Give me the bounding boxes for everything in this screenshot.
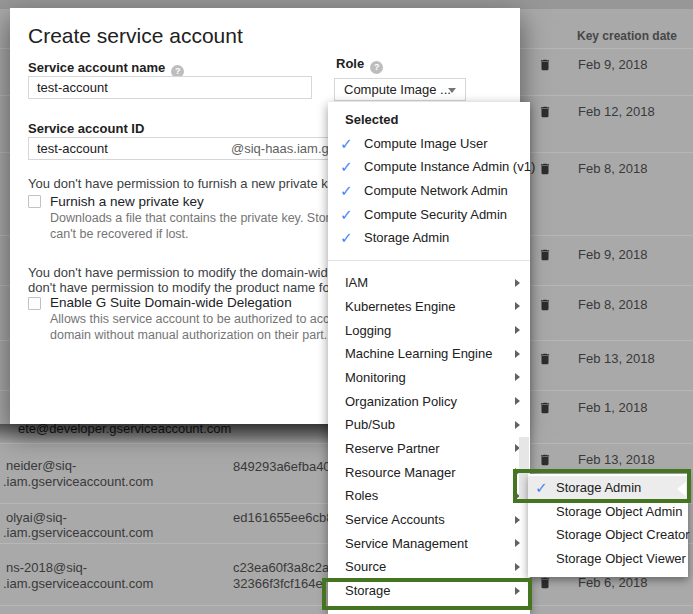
- trash-icon[interactable]: [538, 104, 552, 120]
- trash-icon[interactable]: [538, 297, 552, 313]
- menu-item-compute-image-user[interactable]: ✓ Compute Image User: [328, 132, 530, 156]
- menu-category-storage[interactable]: Storage: [328, 579, 530, 603]
- service-account-id-suffix: @siq-haas.iam.gs: [231, 141, 335, 156]
- submenu-item-storage-object-viewer[interactable]: Storage Object Viewer: [528, 547, 688, 571]
- submenu-arrow-icon: [515, 350, 520, 358]
- screenshot-root: Key creation date Feb 9, 2018 Feb 12, 20…: [0, 0, 693, 614]
- service-account-id-label: Service account ID: [28, 121, 144, 136]
- private-key-permission-warning: You don't have permission to furnish a n…: [28, 176, 344, 191]
- menu-category-monitoring[interactable]: Monitoring: [328, 366, 530, 390]
- check-icon: ✓: [535, 476, 555, 500]
- submenu-arrow-icon: [515, 397, 520, 405]
- trash-icon[interactable]: [538, 452, 552, 468]
- menu-category-machine-learning-engine[interactable]: Machine Learning Engine: [328, 342, 530, 366]
- gsuite-delegation-helper-line1: Allows this service account to be author…: [50, 312, 365, 326]
- submenu-arrow-icon: [515, 302, 520, 310]
- menu-category-reserve-partner[interactable]: Reserve Partner: [328, 437, 530, 461]
- gsuite-delegation-checkbox-label[interactable]: Enable G Suite Domain-wide Delegation: [50, 295, 292, 310]
- submenu-arrow-icon: [515, 373, 520, 381]
- check-icon: ✓: [340, 179, 360, 203]
- service-account-email: olyai@siq-: [6, 510, 67, 525]
- trash-icon[interactable]: [538, 400, 552, 416]
- menu-category-organization-policy[interactable]: Organization Policy: [328, 390, 530, 414]
- menu-category-roles[interactable]: Roles: [328, 484, 530, 508]
- key-id: c23ea60f3a8c2a5: [233, 560, 336, 575]
- key-creation-date: Feb 6, 2018: [578, 575, 647, 590]
- service-account-email: .iam.gserviceaccount.com: [3, 525, 153, 540]
- submenu-arrow-icon: [515, 516, 520, 524]
- service-account-email: ns-2018@siq-: [6, 560, 87, 575]
- key-id: 849293a6efba404: [233, 459, 338, 474]
- menu-category-iam[interactable]: IAM: [328, 271, 530, 295]
- trash-icon[interactable]: [538, 575, 552, 591]
- menu-divider: [328, 260, 530, 261]
- role-dropdown-menu: Selected ✓ Compute Image User ✓ Compute …: [328, 102, 530, 614]
- menu-item-compute-network-admin[interactable]: ✓ Compute Network Admin: [328, 179, 530, 203]
- service-account-email: .iam.gserviceaccount.com: [3, 474, 153, 489]
- role-dropdown-button[interactable]: Compute Image ...: [334, 78, 466, 101]
- trash-icon[interactable]: [538, 161, 552, 177]
- menu-category-source[interactable]: Source: [328, 555, 530, 579]
- menu-category-logging[interactable]: Logging: [328, 319, 530, 343]
- menu-category-kubernetes-engine[interactable]: Kubernetes Engine: [328, 295, 530, 319]
- furnish-key-checkbox[interactable]: [28, 195, 41, 208]
- trash-icon[interactable]: [538, 351, 552, 367]
- submenu-item-storage-object-admin[interactable]: Storage Object Admin: [528, 500, 688, 524]
- key-creation-date: Feb 13, 2018: [578, 452, 655, 467]
- key-id: ed161655ee6cb8: [233, 510, 334, 525]
- menu-item-compute-security-admin[interactable]: ✓ Compute Security Admin: [328, 203, 530, 227]
- key-creation-date: Feb 8, 2018: [578, 161, 647, 176]
- domain-permission-warning-line1: You don't have permission to modify the …: [28, 265, 346, 280]
- key-creation-date: Feb 8, 2018: [578, 297, 647, 312]
- key-creation-date-header: Key creation date: [577, 29, 677, 43]
- menu-category-service-management[interactable]: Service Management: [328, 532, 530, 556]
- chevron-down-icon: [448, 88, 456, 93]
- key-creation-date: Feb 13, 2018: [578, 351, 655, 366]
- service-account-email: .iam.gserviceaccount.com: [3, 576, 153, 591]
- key-creation-date: Feb 9, 2018: [578, 57, 647, 72]
- menu-item-compute-instance-admin[interactable]: ✓ Compute Instance Admin (v1): [328, 155, 530, 179]
- menu-category-resource-manager[interactable]: Resource Manager: [328, 461, 530, 485]
- dialog-title: Create service account: [28, 24, 243, 48]
- submenu-arrow-icon: [515, 326, 520, 334]
- key-creation-date: Feb 1, 2018: [578, 400, 647, 415]
- menu-category-service-accounts[interactable]: Service Accounts: [328, 508, 530, 532]
- submenu-item-storage-admin[interactable]: ✓ Storage Admin: [528, 476, 688, 500]
- submenu-arrow-icon: [515, 279, 520, 287]
- submenu-arrow-icon: [515, 539, 520, 547]
- service-account-email: neider@siq-: [6, 458, 76, 473]
- domain-permission-warning-line2: don't have permission to modify the prod…: [28, 280, 348, 295]
- furnish-key-checkbox-label[interactable]: Furnish a new private key: [50, 194, 204, 209]
- service-account-name-input[interactable]: [28, 76, 312, 99]
- storage-submenu: ✓ Storage Admin Storage Object Admin Sto…: [528, 474, 688, 577]
- check-icon: ✓: [340, 226, 360, 250]
- help-icon[interactable]: ?: [370, 61, 383, 74]
- check-icon: ✓: [340, 132, 360, 156]
- menu-category-pub-sub[interactable]: Pub/Sub: [328, 413, 530, 437]
- role-dropdown-value: Compute Image ...: [344, 82, 451, 97]
- trash-icon[interactable]: [538, 57, 552, 73]
- key-creation-date: Feb 9, 2018: [578, 247, 647, 262]
- role-label: Role?: [336, 56, 383, 74]
- check-icon: ✓: [340, 155, 360, 179]
- menu-selected-header: Selected: [328, 108, 530, 132]
- menu-item-storage-admin-selected[interactable]: ✓ Storage Admin: [328, 226, 530, 250]
- service-account-id-value: test-account: [37, 141, 108, 156]
- furnish-key-helper-line2: can't be recovered if lost.: [50, 227, 189, 241]
- submenu-item-storage-object-creator[interactable]: Storage Object Creator: [528, 523, 688, 547]
- furnish-key-helper-line1: Downloads a file that contains the priva…: [50, 211, 370, 225]
- key-creation-date: Feb 12, 2018: [578, 104, 655, 119]
- check-icon: ✓: [340, 203, 360, 227]
- submenu-arrow-icon: [515, 563, 520, 571]
- submenu-arrow-icon: [515, 587, 520, 595]
- key-id: 32366f3fcf164e: [233, 576, 323, 591]
- gsuite-delegation-checkbox[interactable]: [28, 297, 41, 310]
- trash-icon[interactable]: [538, 247, 552, 263]
- submenu-arrow-icon: [515, 421, 520, 429]
